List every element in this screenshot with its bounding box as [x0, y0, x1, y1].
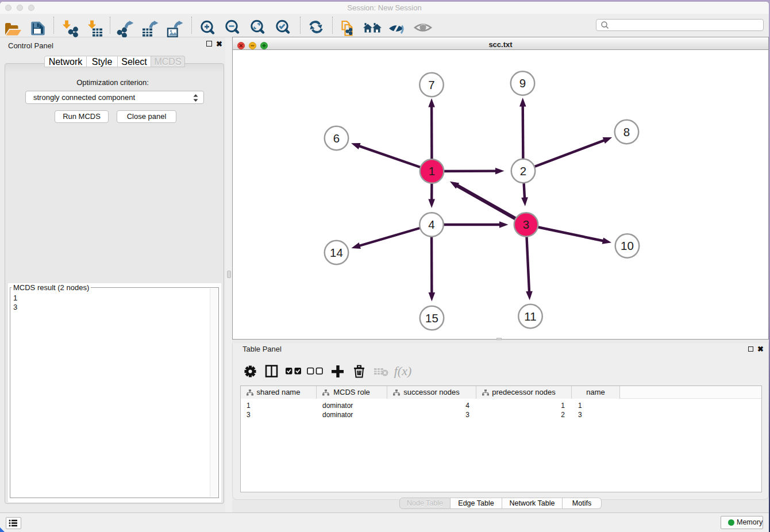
- svg-text:7: 7: [428, 78, 434, 91]
- svg-text:9: 9: [519, 76, 526, 90]
- svg-text:2: 2: [520, 164, 526, 178]
- svg-text:11: 11: [524, 310, 536, 323]
- svg-text:6: 6: [333, 132, 340, 145]
- svg-text:1: 1: [429, 164, 435, 178]
- svg-text:4: 4: [428, 218, 434, 231]
- svg-text:8: 8: [623, 125, 630, 138]
- svg-text:10: 10: [621, 239, 634, 252]
- svg-text:f(x): f(x): [394, 365, 412, 378]
- svg-text:3: 3: [523, 218, 529, 231]
- svg-text:14: 14: [330, 246, 343, 259]
- svg-text:15: 15: [425, 311, 438, 325]
